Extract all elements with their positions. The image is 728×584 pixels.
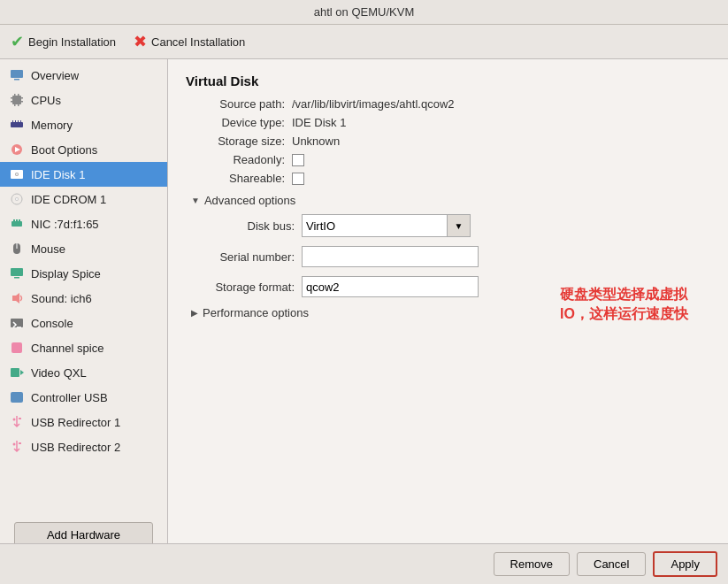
- sidebar-item-ide-disk-1[interactable]: IDE Disk 1: [0, 162, 167, 187]
- sound-icon: [9, 290, 25, 306]
- sidebar-item-cpus-label: CPUs: [31, 94, 61, 107]
- sidebar-item-mouse-label: Mouse: [31, 242, 65, 256]
- sidebar-item-overview[interactable]: Overview: [0, 63, 167, 88]
- begin-installation-button[interactable]: ✔ Begin Installation: [11, 32, 116, 51]
- sidebar-item-sound[interactable]: Sound: ich6: [0, 286, 167, 311]
- svg-rect-30: [11, 268, 23, 276]
- sidebar-item-boot-options[interactable]: Boot Options: [0, 137, 167, 162]
- advanced-arrow-icon: ▼: [191, 196, 200, 205]
- sidebar-item-nic[interactable]: NIC :7d:f1:65: [0, 211, 167, 236]
- advanced-options-toggle[interactable]: ▼ Advanced options: [191, 194, 710, 207]
- sidebar-item-display-spice[interactable]: Display Spice: [0, 261, 167, 286]
- serial-number-input[interactable]: [302, 246, 479, 267]
- sidebar-item-ide-cdrom-1[interactable]: IDE CDROM 1: [0, 187, 167, 211]
- svg-rect-12: [12, 120, 13, 123]
- sidebar-item-console-label: Console: [31, 317, 73, 330]
- usb2-icon: [9, 439, 25, 455]
- storage-format-input[interactable]: [302, 276, 479, 297]
- svg-rect-10: [18, 104, 19, 106]
- storage-size-row: Storage size: Unknown: [186, 134, 710, 148]
- svg-rect-1: [14, 79, 19, 81]
- nic-icon: [9, 216, 25, 232]
- video-icon: [9, 365, 25, 380]
- cdrom-icon: [9, 191, 25, 207]
- apply-button[interactable]: Apply: [653, 551, 717, 577]
- sidebar-item-console[interactable]: Console: [0, 311, 167, 335]
- bottom-bar: Remove Cancel Apply: [0, 543, 728, 584]
- readonly-row: Readonly:: [186, 153, 710, 166]
- sidebar-item-controller-usb[interactable]: Controller USB: [0, 385, 167, 410]
- sidebar-item-display-spice-label: Display Spice: [31, 267, 101, 280]
- svg-point-45: [13, 443, 16, 446]
- monitor-icon: [9, 67, 25, 83]
- check-icon: ✔: [11, 32, 24, 51]
- content-title: Virtual Disk: [186, 73, 710, 88]
- x-icon: ✖: [134, 32, 147, 51]
- svg-rect-40: [12, 396, 16, 398]
- serial-number-row: Serial number:: [200, 246, 710, 267]
- sidebar-item-sound-label: Sound: ich6: [31, 292, 92, 305]
- ram-icon: [9, 117, 25, 133]
- svg-rect-0: [11, 70, 23, 78]
- device-type-row: Device type: IDE Disk 1: [186, 116, 710, 129]
- sidebar-item-mouse[interactable]: Mouse: [0, 236, 167, 261]
- sidebar-item-channel-spice[interactable]: Channel spice: [0, 335, 167, 360]
- sidebar-item-channel-spice-label: Channel spice: [31, 342, 103, 355]
- svg-rect-33: [11, 319, 23, 327]
- disk-bus-row: Disk bus: VirtIO IDE SATA SCSI USB ▼: [200, 214, 710, 237]
- boot-icon: [9, 142, 25, 158]
- controller-icon: [9, 389, 25, 405]
- svg-rect-25: [13, 219, 15, 222]
- svg-rect-6: [21, 101, 23, 103]
- advanced-options-label: Advanced options: [204, 194, 295, 207]
- svg-rect-15: [20, 120, 21, 123]
- main-area: Overview CPUs Memory Boot Options IDE Di: [0, 59, 728, 565]
- sidebar-item-video-qxl[interactable]: Video QXL: [0, 360, 167, 385]
- shareable-label: Shareable:: [195, 172, 292, 185]
- readonly-checkbox[interactable]: [292, 154, 304, 166]
- shareable-checkbox[interactable]: [292, 173, 304, 185]
- remove-button[interactable]: Remove: [494, 552, 570, 576]
- cancel-installation-label: Cancel Installation: [151, 35, 245, 49]
- serial-number-label: Serial number:: [200, 250, 302, 264]
- console-icon: [9, 315, 25, 331]
- sidebar-item-memory-label: Memory: [31, 119, 73, 132]
- svg-point-42: [20, 397, 22, 399]
- disk-bus-dropdown-button[interactable]: ▼: [448, 214, 471, 237]
- cancel-button[interactable]: Cancel: [577, 552, 646, 576]
- device-type-label: Device type:: [195, 116, 292, 129]
- svg-rect-27: [19, 219, 20, 222]
- svg-rect-3: [11, 97, 12, 99]
- sidebar-item-usb-redirector-2-label: USB Redirector 2: [31, 441, 120, 454]
- sidebar-item-usb-redirector-2[interactable]: USB Redirector 2: [0, 434, 167, 459]
- performance-options-label: Performance options: [203, 306, 309, 319]
- sidebar-item-ide-disk-1-label: IDE Disk 1: [31, 168, 85, 181]
- source-path-row: Source path: /var/lib/libvirt/images/aht…: [186, 97, 710, 111]
- svg-point-41: [19, 396, 20, 397]
- shareable-row: Shareable:: [186, 172, 710, 185]
- disk-bus-select[interactable]: VirtIO IDE SATA SCSI USB: [302, 214, 448, 237]
- cpu-icon: [9, 92, 25, 108]
- channel-icon: [9, 340, 25, 356]
- svg-point-20: [16, 173, 18, 175]
- annotation-text: 硬盘类型选择成虚拟IO，这样运行速度快: [560, 285, 710, 325]
- svg-rect-13: [15, 120, 16, 123]
- disk-icon: [9, 166, 25, 182]
- sidebar-item-usb-redirector-1-label: USB Redirector 1: [31, 416, 120, 429]
- title-bar: ahtl on QEMU/KVM: [0, 0, 728, 25]
- sidebar: Overview CPUs Memory Boot Options IDE Di: [0, 59, 168, 565]
- sidebar-item-cpus[interactable]: CPUs: [0, 88, 167, 112]
- sidebar-item-memory[interactable]: Memory: [0, 112, 167, 137]
- readonly-label: Readonly:: [195, 153, 292, 166]
- source-path-value: /var/lib/libvirt/images/ahtl.qcow2: [292, 97, 455, 111]
- cancel-installation-button[interactable]: ✖ Cancel Installation: [134, 32, 245, 51]
- content-area: Virtual Disk Source path: /var/lib/libvi…: [168, 59, 728, 565]
- svg-rect-9: [14, 104, 16, 106]
- advanced-section: ▼ Advanced options Disk bus: VirtIO IDE …: [191, 194, 710, 297]
- display-icon: [9, 265, 25, 281]
- sidebar-item-boot-options-label: Boot Options: [31, 143, 97, 157]
- usb1-icon: [9, 414, 25, 430]
- disk-bus-select-wrapper: VirtIO IDE SATA SCSI USB ▼: [302, 214, 471, 237]
- storage-format-label: Storage format:: [200, 280, 302, 294]
- sidebar-item-usb-redirector-1[interactable]: USB Redirector 1: [0, 410, 167, 434]
